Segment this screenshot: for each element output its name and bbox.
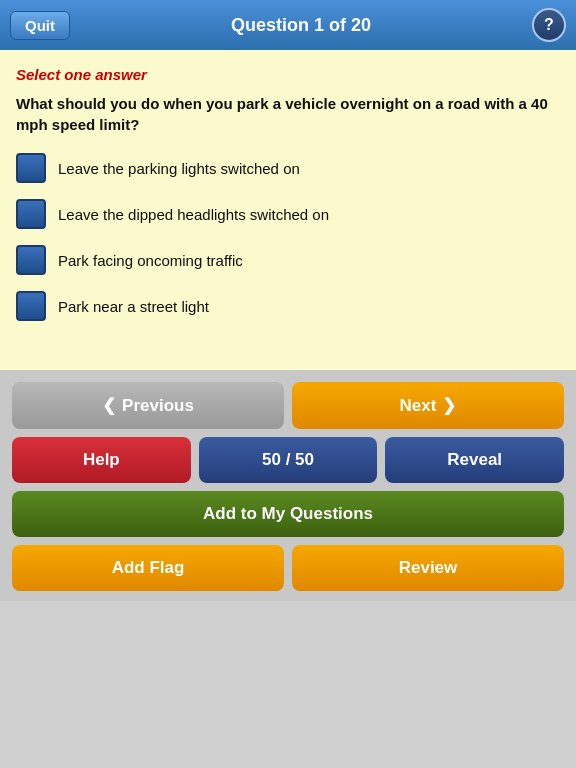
answer-option[interactable]: Park near a street light <box>16 291 560 321</box>
answer-option[interactable]: Leave the parking lights switched on <box>16 153 560 183</box>
answer-checkbox <box>16 199 46 229</box>
add-questions-button[interactable]: Add to My Questions <box>12 491 564 537</box>
nav-row: Previous Next <box>12 382 564 429</box>
next-label: Next <box>400 396 437 416</box>
next-button[interactable]: Next <box>292 382 564 429</box>
header-title: Question 1 of 20 <box>70 15 532 36</box>
flag-review-row: Add Flag Review <box>12 545 564 591</box>
question-text: What should you do when you park a vehic… <box>16 93 560 135</box>
header: Quit Question 1 of 20 ? <box>0 0 576 50</box>
question-area: Select one answer What should you do whe… <box>0 50 576 370</box>
score-button[interactable]: 50 / 50 <box>199 437 378 483</box>
answer-text: Leave the dipped headlights switched on <box>58 206 329 223</box>
answer-option[interactable]: Leave the dipped headlights switched on <box>16 199 560 229</box>
chevron-right-icon <box>442 395 456 416</box>
controls-area: Previous Next Help 50 / 50 Reveal Add to… <box>0 370 576 601</box>
header-help-icon[interactable]: ? <box>532 8 566 42</box>
answer-text: Park facing oncoming traffic <box>58 252 243 269</box>
answer-text: Park near a street light <box>58 298 209 315</box>
reveal-button[interactable]: Reveal <box>385 437 564 483</box>
previous-label: Previous <box>122 396 194 416</box>
answer-checkbox <box>16 153 46 183</box>
review-button[interactable]: Review <box>292 545 564 591</box>
answer-text: Leave the parking lights switched on <box>58 160 300 177</box>
select-instruction: Select one answer <box>16 66 560 83</box>
answer-option[interactable]: Park facing oncoming traffic <box>16 245 560 275</box>
answer-checkbox <box>16 245 46 275</box>
quit-button[interactable]: Quit <box>10 11 70 40</box>
add-questions-row: Add to My Questions <box>12 491 564 537</box>
add-flag-button[interactable]: Add Flag <box>12 545 284 591</box>
answer-checkbox <box>16 291 46 321</box>
action-row: Help 50 / 50 Reveal <box>12 437 564 483</box>
chevron-left-icon <box>102 395 116 416</box>
previous-button[interactable]: Previous <box>12 382 284 429</box>
help-button[interactable]: Help <box>12 437 191 483</box>
